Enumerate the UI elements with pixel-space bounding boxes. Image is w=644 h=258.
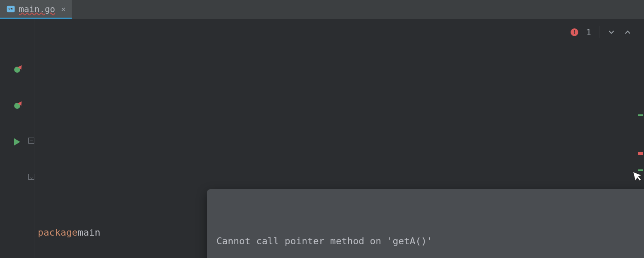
svg-point-4: [12, 8, 12, 9]
code-area[interactable]: ! 1 package main type A struct{} func (a…: [34, 19, 644, 258]
editor: − ⌄ ! 1 package main type A struct{} fun…: [0, 19, 644, 258]
file-tab-main-go[interactable]: main.go ✕: [0, 0, 72, 19]
error-count: 1: [586, 23, 591, 41]
gutter-marker-implements[interactable]: [0, 97, 34, 114]
mouse-cursor-icon: [632, 168, 644, 184]
fold-end-icon[interactable]: ⌄: [28, 174, 34, 180]
more-menu-icon[interactable]: ⋮: [642, 232, 644, 250]
divider: [599, 26, 599, 38]
close-tab-icon[interactable]: ✕: [61, 4, 66, 13]
go-file-icon: [6, 4, 15, 14]
stripe-marker[interactable]: [638, 114, 643, 116]
svg-point-3: [9, 8, 10, 9]
error-icon: !: [571, 28, 578, 36]
stripe-marker-error[interactable]: [638, 152, 643, 155]
gutter-marker-implements[interactable]: [0, 61, 34, 78]
chevron-down-icon[interactable]: [607, 28, 616, 37]
tab-filename: main.go: [19, 4, 55, 14]
gutter: − ⌄: [0, 19, 34, 258]
error-tooltip: Cannot call pointer method on 'getA()' ⋮…: [207, 189, 644, 258]
chevron-up-icon[interactable]: [623, 28, 632, 37]
inspection-widget[interactable]: ! 1: [571, 23, 632, 41]
tooltip-title: Cannot call pointer method on 'getA()': [216, 232, 432, 250]
tab-bar: main.go ✕: [0, 0, 644, 19]
svg-rect-0: [7, 6, 15, 12]
fold-toggle-icon[interactable]: −: [28, 138, 34, 144]
